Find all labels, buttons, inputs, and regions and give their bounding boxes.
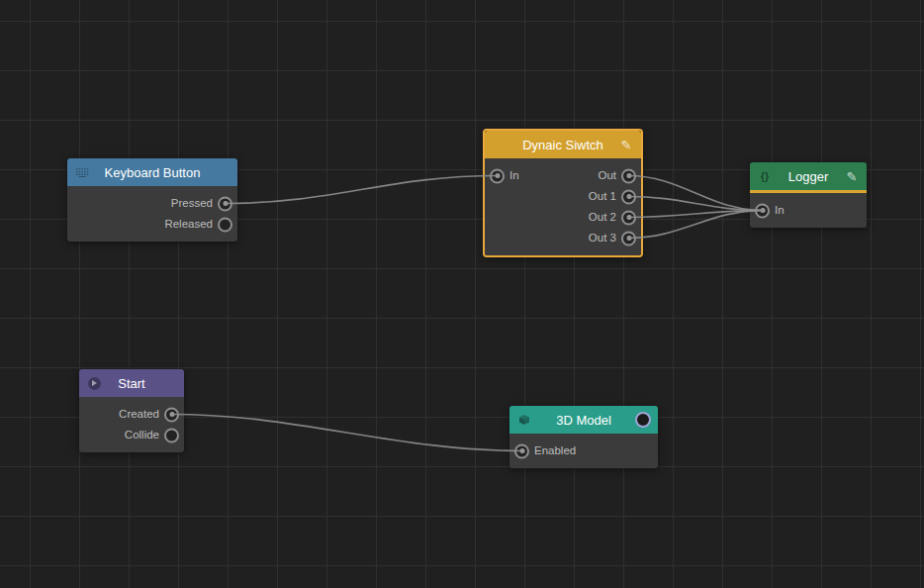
port-pressed[interactable]	[218, 196, 232, 211]
node-body: CreatedCollide	[79, 397, 184, 452]
port-label: Out 3	[589, 228, 616, 248]
edit-icon[interactable]: ✎	[847, 170, 858, 183]
port-connected-dot	[626, 215, 631, 220]
port-connected-dot	[626, 194, 631, 199]
port-connected-dot	[519, 448, 524, 453]
port-connected-dot	[626, 173, 631, 178]
header-action-slot: ✎	[616, 131, 636, 158]
header-icon-slot	[490, 131, 509, 158]
port-connected-dot	[169, 412, 174, 417]
node-header[interactable]: Keyboard Button	[67, 158, 237, 186]
node-title: 3D Model	[534, 413, 633, 428]
node-body: Enabled	[509, 434, 658, 468]
port-in[interactable]	[755, 203, 770, 218]
node-title: Dynaic Siwtch	[509, 138, 616, 152]
node-header[interactable]: Start	[79, 369, 184, 397]
port-row: Out 2	[485, 207, 641, 228]
header-icon-slot	[72, 158, 92, 186]
node-header[interactable]: Dynaic Siwtch✎	[485, 131, 641, 158]
port-out-1[interactable]	[621, 189, 636, 204]
node-body: InOutOut 1Out 2Out 3	[485, 158, 641, 255]
port-out-3[interactable]	[621, 231, 636, 245]
header-port[interactable]	[635, 412, 651, 428]
port-label: Enabled	[534, 441, 576, 461]
wires-layer	[0, 0, 924, 588]
node-graph-canvas[interactable]: Keyboard ButtonPressedReleasedDynaic Siw…	[0, 0, 924, 588]
wire-dynamic-switch-logger[interactable]	[628, 176, 763, 211]
port-collide[interactable]	[164, 428, 179, 442]
port-connected-dot	[223, 201, 228, 206]
node-title: Logger	[775, 169, 842, 184]
header-action-slot	[633, 406, 653, 434]
port-enabled[interactable]	[514, 443, 529, 458]
port-connected-dot	[626, 236, 631, 241]
header-icon-slot: {}	[755, 162, 775, 190]
port-label: Released	[164, 214, 213, 235]
header-icon-slot	[514, 406, 534, 434]
port-row: Enabled	[509, 441, 658, 461]
port-released[interactable]	[218, 217, 232, 232]
port-row: In	[750, 200, 867, 221]
wire-dynamic-switch-logger[interactable]	[628, 211, 763, 239]
port-label: Out 2	[589, 207, 616, 228]
keyboard-icon	[75, 167, 89, 177]
node-body: PressedReleased	[67, 186, 237, 242]
node-body: In	[750, 193, 867, 228]
header-icon-slot	[84, 369, 104, 397]
node-title: Keyboard Button	[92, 165, 213, 180]
port-row: Out 1	[485, 186, 641, 207]
node-title: Start	[104, 376, 159, 391]
header-action-slot: ✎	[842, 162, 862, 190]
edit-icon[interactable]: ✎	[621, 139, 632, 151]
port-connected-dot	[760, 208, 765, 213]
port-row: InOut	[485, 165, 641, 186]
port-out-2[interactable]	[621, 210, 636, 225]
port-created[interactable]	[164, 407, 179, 422]
port-row: Out 3	[485, 228, 641, 248]
wire-start-3d-model[interactable]	[171, 415, 522, 451]
header-action-slot	[213, 158, 232, 186]
port-in[interactable]	[490, 168, 505, 183]
wire-dynamic-switch-logger[interactable]	[628, 211, 763, 218]
node-logger[interactable]: {}Logger✎In	[750, 162, 867, 228]
port-row: Pressed	[67, 193, 237, 214]
header-action-slot	[159, 369, 179, 397]
wire-keyboard-button-dynamic-switch[interactable]	[225, 176, 498, 204]
wire-dynamic-switch-logger[interactable]	[628, 197, 763, 211]
port-label: Pressed	[171, 193, 213, 214]
port-connected-dot	[495, 173, 500, 178]
node-start[interactable]: StartCreatedCollide	[79, 369, 184, 452]
cube-icon	[518, 414, 530, 426]
port-row: Created	[79, 404, 184, 425]
port-out[interactable]	[621, 168, 636, 183]
port-label: Out 1	[589, 186, 616, 207]
braces-icon: {}	[761, 171, 770, 182]
port-row: Released	[67, 214, 237, 235]
port-label: Created	[119, 404, 159, 425]
port-row: Collide	[79, 425, 184, 445]
play-icon	[88, 377, 101, 390]
node-dynamic-switch[interactable]: Dynaic Siwtch✎InOutOut 1Out 2Out 3	[483, 129, 643, 257]
node-header[interactable]: {}Logger✎	[750, 162, 867, 193]
node-3d-model[interactable]: 3D ModelEnabled	[509, 406, 658, 468]
port-label: In	[509, 165, 519, 186]
node-keyboard-button[interactable]: Keyboard ButtonPressedReleased	[67, 158, 237, 242]
port-label: Collide	[125, 425, 159, 445]
port-label: In	[775, 200, 785, 221]
port-label: Out	[598, 165, 616, 186]
node-header[interactable]: 3D Model	[509, 406, 658, 434]
